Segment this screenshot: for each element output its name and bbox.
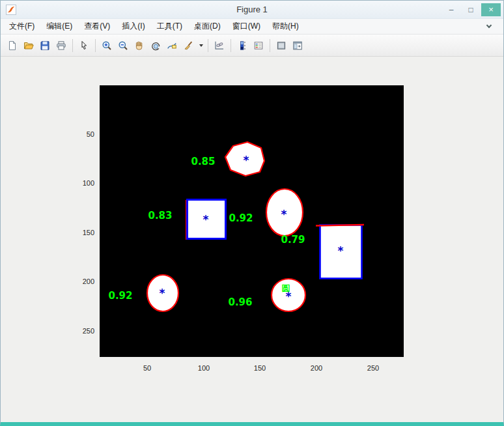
blob-bottom-left-centroid-marker: *	[160, 287, 165, 300]
window-controls: – □ ×	[442, 3, 501, 16]
x-tick-label: 100	[191, 364, 217, 372]
menubar: 文件(F) 编辑(E) 查看(V) 插入(I) 工具(T) 桌面(D) 窗口(W…	[1, 19, 503, 35]
open-file-button[interactable]	[21, 38, 36, 53]
hand-icon	[134, 40, 145, 51]
insert-colorbar-button[interactable]	[234, 38, 250, 53]
figure-canvas: 50 100 150 200 250 50 100 150 200 250 * …	[1, 57, 503, 422]
y-tick-label: 200	[70, 277, 94, 285]
label-bottom-left-score: 0.92	[108, 290, 132, 302]
y-tick-label: 50	[70, 130, 94, 138]
y-tick-label: 100	[70, 179, 94, 187]
plot-svg: * 0.85 * 0.83 0.92 * 0.79	[100, 85, 404, 357]
printer-icon	[56, 40, 66, 51]
link-plot-icon	[214, 40, 225, 51]
blob-ellipse-mid-centroid-marker: *	[281, 208, 287, 221]
plot-image-area[interactable]: * 0.85 * 0.83 0.92 * 0.79	[100, 85, 404, 357]
titlebar[interactable]: Figure 1 – □ ×	[1, 1, 503, 19]
menu-view[interactable]: 查看(V)	[78, 19, 116, 34]
toolbar-separator	[72, 39, 73, 52]
y-tick-label: 250	[70, 327, 94, 335]
legend-icon	[253, 40, 264, 51]
blob-rect-right-boundary	[316, 225, 364, 226]
new-figure-button[interactable]	[5, 38, 20, 53]
edit-plot-button[interactable]	[76, 38, 92, 53]
zoom-in-icon	[102, 40, 112, 51]
brush-icon	[183, 40, 193, 51]
toolbar-separator	[95, 39, 96, 52]
zoom-out-icon	[118, 40, 128, 51]
toolbar-separator	[231, 39, 231, 52]
dock-figure-icon	[292, 40, 303, 51]
hide-plot-tools-button[interactable]	[273, 38, 289, 53]
label-mid-ellipse-score: 0.79	[281, 234, 305, 246]
menu-desktop[interactable]: 桌面(D)	[188, 19, 227, 34]
blob-rect-right: *	[316, 225, 364, 279]
data-cursor-button[interactable]	[164, 38, 180, 53]
save-icon	[40, 40, 50, 51]
window-title: Figure 1	[1, 5, 503, 14]
rotate-3d-button[interactable]	[148, 38, 163, 53]
toolbar-separator	[208, 39, 208, 52]
link-plot-button[interactable]	[212, 38, 227, 53]
blob-top-centroid-marker: *	[244, 154, 249, 167]
menu-edit[interactable]: 编辑(E)	[40, 19, 78, 34]
blob-square-centroid-marker: *	[203, 213, 209, 226]
open-folder-icon	[23, 40, 34, 51]
menu-window[interactable]: 窗口(W)	[227, 19, 266, 34]
x-tick-label: 250	[360, 364, 386, 372]
close-button[interactable]: ×	[481, 3, 501, 16]
figure-window: Figure 1 – □ × 文件(F) 编辑(E) 查看(V) 插入(I) 工…	[0, 0, 504, 426]
menubar-overflow-icon[interactable]	[485, 23, 493, 31]
blob-rect-right-centroid-marker: *	[338, 244, 344, 257]
chevron-down-icon	[486, 23, 492, 28]
new-figure-icon	[7, 40, 18, 51]
x-tick-label: 150	[247, 364, 273, 372]
label-bottom-mid-score: 0.96	[228, 296, 252, 308]
dock-figure-button[interactable]	[290, 38, 305, 53]
rotate-3d-icon	[150, 40, 161, 51]
label-circle-tag: 圆	[282, 283, 290, 293]
menu-insert[interactable]: 插入(I)	[116, 19, 150, 34]
x-tick-label: 200	[303, 364, 329, 372]
zoom-in-button[interactable]	[99, 38, 115, 53]
menu-file[interactable]: 文件(F)	[3, 19, 40, 34]
maximize-button[interactable]: □	[462, 3, 480, 16]
figure-toolbar	[1, 35, 503, 57]
menu-help[interactable]: 帮助(H)	[266, 19, 305, 34]
label-square-left-score: 0.83	[148, 210, 172, 221]
minimize-button[interactable]: –	[442, 3, 460, 16]
print-figure-button[interactable]	[53, 38, 69, 53]
colorbar-icon	[237, 40, 247, 51]
toolbar-separator	[270, 39, 270, 52]
arrow-cursor-icon	[79, 40, 89, 51]
data-cursor-icon	[167, 40, 177, 51]
dropdown-caret-icon	[199, 44, 203, 47]
brush-dropdown-button[interactable]	[197, 38, 204, 53]
label-square-right-score: 0.92	[229, 212, 253, 224]
pan-button[interactable]	[132, 38, 147, 53]
zoom-out-button[interactable]	[115, 38, 131, 53]
hide-plot-tools-icon	[276, 40, 287, 51]
menu-tools[interactable]: 工具(T)	[151, 19, 188, 34]
brush-data-button[interactable]	[180, 38, 196, 53]
insert-legend-button[interactable]	[251, 38, 266, 53]
label-top-score: 0.85	[191, 156, 215, 167]
save-figure-button[interactable]	[37, 38, 53, 53]
x-tick-label: 50	[134, 364, 160, 372]
y-tick-label: 150	[70, 229, 94, 236]
matlab-figure-icon	[6, 5, 16, 15]
